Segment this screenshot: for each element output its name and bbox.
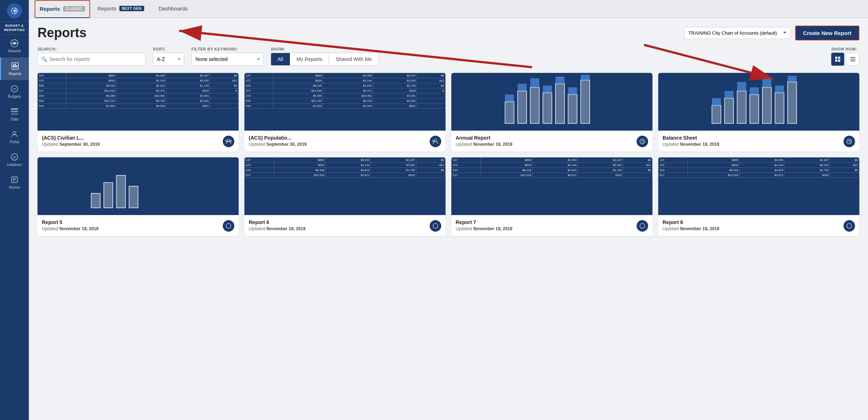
svg-rect-33 xyxy=(505,95,514,102)
svg-rect-60 xyxy=(788,76,797,82)
keyword-label: FILTER BY KEYWORD: xyxy=(191,47,264,51)
svg-rect-59 xyxy=(788,82,797,123)
report-card-6[interactable]: 147$869$4,263$2,167$8 472$816$1,144$3,16… xyxy=(244,157,446,236)
sidebar-item-data[interactable]: Data xyxy=(0,103,29,126)
chart-of-accounts-select[interactable]: TRAINING City Chart of Accounts (default… xyxy=(684,27,791,39)
card-info-annual-report: Annual Report Updated November 19, 2019 xyxy=(456,135,634,147)
network-icon xyxy=(10,39,19,48)
card-title-6: Report 6 xyxy=(249,219,427,225)
svg-point-14 xyxy=(13,131,16,134)
content-area: Reports TRAINING City Chart of Accounts … xyxy=(29,18,868,420)
logo-icon xyxy=(7,3,22,18)
card-footer-acs-population: (ACS) Populatio... Updated September 30,… xyxy=(244,131,446,152)
card-icon-annual-report xyxy=(637,136,648,147)
grid-icon xyxy=(835,56,841,62)
svg-rect-35 xyxy=(518,84,527,91)
data-icon xyxy=(10,107,19,116)
card-icon-acs-civilian xyxy=(223,136,234,147)
report-card-balance-sheet[interactable]: Balance Sheet Updated November 19, 2019 xyxy=(658,73,859,152)
balance-sheet-chart xyxy=(658,73,859,131)
budgets-icon xyxy=(10,84,19,93)
main-area: Reports CLASSIC Reports NEXT GEN Dashboa… xyxy=(29,0,868,420)
search-input[interactable] xyxy=(37,53,146,66)
svg-rect-20 xyxy=(835,57,837,59)
svg-rect-21 xyxy=(838,57,840,59)
report-card-8[interactable]: 147$869$4,263$2,167$8 472$816$1,144$3,16… xyxy=(658,157,859,236)
svg-point-68 xyxy=(640,223,645,228)
svg-rect-24 xyxy=(850,57,855,58)
report-card-acs-population[interactable]: 147$869$4,263$2,167$8 472$816$1,144$3,16… xyxy=(244,73,446,152)
sidebar-item-label-network: Network xyxy=(8,49,21,53)
create-new-report-button[interactable]: Create New Report xyxy=(795,26,859,40)
card-preview-balance-sheet xyxy=(658,73,859,131)
sidebar-item-stories[interactable]: Stories xyxy=(0,171,29,194)
card-footer-5: Report 5 Updated November 19, 2019 xyxy=(37,215,239,236)
card-footer-acs-civilian: (ACS) Civilian L... Updated September 30… xyxy=(37,131,239,152)
report-card-annual-report[interactable]: Annual Report Updated November 19, 2019 xyxy=(451,73,652,152)
keyword-filter-group: FILTER BY KEYWORD: None selected xyxy=(191,47,264,66)
card-title-balance-sheet: Balance Sheet xyxy=(663,135,841,141)
svg-rect-38 xyxy=(543,93,552,123)
card-title-5: Report 5 xyxy=(42,219,220,225)
list-view-button[interactable] xyxy=(846,53,859,66)
svg-rect-42 xyxy=(568,95,577,123)
sidebar-item-portal[interactable]: Portal xyxy=(0,126,29,148)
chart-5 xyxy=(37,157,239,215)
show-how-label: SHOW HOW: xyxy=(831,47,859,51)
svg-rect-63 xyxy=(104,183,113,208)
card-icon-7 xyxy=(637,220,648,232)
card-preview-acs-civilian: 147$869$4,263$2,167$8 472$816$1,144$3,16… xyxy=(37,73,239,131)
card-updated-7: Updated November 19, 2019 xyxy=(456,226,634,231)
sidebar-item-network[interactable]: Network xyxy=(0,35,29,57)
svg-rect-53 xyxy=(750,95,759,123)
card-info-balance-sheet: Balance Sheet Updated November 19, 2019 xyxy=(663,135,841,147)
show-shared-button[interactable]: Shared With Me xyxy=(329,53,378,65)
show-my-reports-button[interactable]: My Reports xyxy=(290,53,329,65)
report-card-acs-civilian[interactable]: 147$869$4,263$2,167$8 472$816$1,144$3,16… xyxy=(37,73,239,152)
svg-rect-11 xyxy=(11,108,18,110)
tab-dashboards[interactable]: Dashboards xyxy=(151,0,195,18)
card-updated-8: Updated November 19, 2019 xyxy=(663,226,841,231)
svg-rect-48 xyxy=(712,98,721,105)
card-updated-balance-sheet: Updated November 19, 2019 xyxy=(663,142,841,147)
keyword-select[interactable]: None selected xyxy=(191,53,264,66)
brand-label: BUDGET & REPORTING xyxy=(0,22,29,35)
svg-rect-55 xyxy=(762,87,771,123)
sidebar-item-initiatives[interactable]: Initiatives xyxy=(0,148,29,171)
page-title: Reports xyxy=(37,25,87,40)
sidebar-item-reports[interactable]: Reports xyxy=(0,57,29,80)
report-card-5[interactable]: Report 5 Updated November 19, 2019 xyxy=(37,157,239,236)
card-footer-7: Report 7 Updated November 19, 2019 xyxy=(451,215,652,236)
grid-view-button[interactable] xyxy=(831,53,844,66)
header-row: Reports TRAINING City Chart of Accounts … xyxy=(37,25,859,40)
tab-reports-nextgen[interactable]: Reports NEXT GEN xyxy=(90,0,151,18)
cards-grid: 147$869$4,263$2,167$8 472$816$1,144$3,16… xyxy=(37,73,859,236)
card-updated-5: Updated November 19, 2019 xyxy=(42,226,220,231)
svg-point-15 xyxy=(11,154,18,160)
svg-rect-65 xyxy=(129,186,138,208)
card-preview-acs-population: 147$869$4,263$2,167$8 472$816$1,144$3,16… xyxy=(244,73,446,131)
show-buttons: All My Reports Shared With Me xyxy=(271,53,379,66)
card-updated-acs-civilian: Updated September 30, 2019 xyxy=(42,142,220,147)
svg-rect-39 xyxy=(543,86,552,93)
sidebar-item-label-data: Data xyxy=(10,117,18,121)
tab-label-dashboards: Dashboards xyxy=(159,5,188,12)
card-title-acs-civilian: (ACS) Civilian L... xyxy=(42,135,220,141)
sidebar-item-label-stories: Stories xyxy=(9,185,20,189)
svg-rect-44 xyxy=(581,80,590,123)
svg-rect-62 xyxy=(91,193,100,208)
card-footer-annual-report: Annual Report Updated November 19, 2019 xyxy=(451,131,652,152)
svg-rect-34 xyxy=(518,91,527,123)
report-card-7[interactable]: 147$869$4,263$2,167$8 472$816$1,144$3,16… xyxy=(451,157,652,236)
card-info-7: Report 7 Updated November 19, 2019 xyxy=(456,219,634,231)
card-updated-acs-population: Updated September 30, 2019 xyxy=(249,142,427,147)
sidebar-item-label-reports: Reports xyxy=(9,72,21,76)
tab-reports-classic[interactable]: Reports CLASSIC xyxy=(35,0,90,18)
card-footer-balance-sheet: Balance Sheet Updated November 19, 2019 xyxy=(658,131,859,152)
sidebar-item-budgets[interactable]: Budgets xyxy=(0,80,29,103)
card-preview-annual-report xyxy=(451,73,652,131)
show-all-button[interactable]: All xyxy=(271,53,290,65)
card-updated-6: Updated November 19, 2019 xyxy=(249,226,427,231)
sort-select[interactable]: A-Z Z-A Newest Oldest xyxy=(153,53,184,66)
card-icon-balance-sheet xyxy=(843,136,855,147)
